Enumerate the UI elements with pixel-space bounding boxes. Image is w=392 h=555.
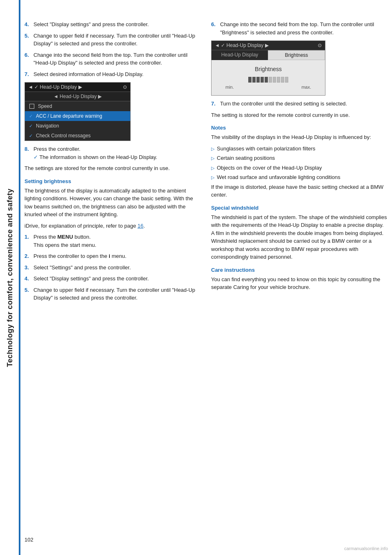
step-text-6-top: Change into the second field from the to… — [33, 51, 201, 67]
idrive-item-speed: Speed — [25, 101, 130, 111]
notes-item-2-text: Certain seating positions — [217, 154, 275, 162]
step-text-7-right: Turn the controller until the desired se… — [220, 100, 347, 108]
b-seg-10 — [285, 77, 288, 83]
brightness-bar — [248, 76, 288, 83]
main-content: 4. Select "Display settings" and press t… — [24, 20, 388, 535]
brightness-label-text: Brightness — [217, 66, 319, 72]
notes-list: ▷ Sunglasses with certain polarization f… — [211, 145, 388, 181]
notes-item-4-text: Wet road surface and unfavorable lightin… — [217, 173, 341, 181]
notes-heading: Notes — [211, 125, 388, 131]
idrive-sub-bar: ◄ Head-Up Display ▶ — [25, 92, 130, 101]
step-text-1-bottom: Press the MENU button.This opens the sta… — [33, 233, 96, 249]
idrive-item-navigation-label: Navigation — [36, 123, 59, 129]
b-seg-9 — [281, 77, 284, 83]
notes-item-3-text: Objects on the cover of the Head-Up Disp… — [217, 164, 322, 172]
idrive-item-check-control: ✓ Check Control messages — [25, 131, 130, 141]
b-seg-7 — [273, 77, 276, 83]
step-2-bottom: 2. Press the controller to open the i me… — [24, 252, 201, 260]
max-label: max. — [301, 85, 311, 90]
b-seg-4 — [261, 77, 264, 83]
section-brightness-heading: Setting brightness — [24, 178, 201, 184]
step-num-4-top: 4. — [24, 20, 31, 29]
step-num-6-top: 6. — [24, 51, 31, 67]
step-4-bottom: 4. Select "Display settings" and press t… — [24, 275, 201, 283]
brightness-para2: iDrive, for explanation of principle, re… — [24, 222, 201, 230]
idrive-item-acc-label: ACC / Lane departure warning — [36, 113, 102, 119]
arrow-bullet-4: ▷ — [211, 174, 214, 181]
step-text-8: Press the controller. ✓ The information … — [33, 145, 157, 161]
arrow-bullet-1: ▷ — [211, 145, 214, 153]
brightness-body: Brightness — [212, 60, 325, 95]
watermark: carmanualsonline.info — [344, 546, 388, 551]
step-4-top: 4. Select "Display settings" and press t… — [24, 20, 201, 29]
step-text-6-right: Change into the second field from the to… — [220, 20, 388, 36]
notes-item-3: ▷ Objects on the cover of the Head-Up Di… — [211, 164, 388, 172]
brightness-bar-container — [217, 76, 319, 83]
step-7-top: 7. Select desired information of Head-Up… — [24, 70, 201, 78]
idrive-top-bar: ◄ ✓ Head-Up Display ▶ ⊙ — [25, 83, 130, 92]
step-5-bottom: 5. Change to upper field if necessary. T… — [24, 286, 201, 302]
brightness-sub-left: Head-Up Display — [212, 50, 268, 60]
notes-intro: The visibility of the displays in the He… — [211, 133, 388, 141]
step-7-right: 7. Turn the controller until the desired… — [211, 100, 388, 108]
step-text-3-bottom: Select "Settings" and press the controll… — [33, 264, 131, 272]
brightness-display-screenshot: ◄ ✓ Head-Up Display ▶ ⊙ Head-Up Display … — [211, 40, 325, 96]
step-num-7-top: 7. — [24, 70, 31, 78]
arrow-bullet-3: ▷ — [211, 165, 214, 172]
left-para1: The settings are stored for the remote c… — [24, 164, 201, 172]
step-num-5-top: 5. — [24, 32, 31, 48]
section-windshield-heading: Special windshield — [211, 205, 388, 211]
idrive-item-speed-label: Speed — [38, 103, 52, 109]
notes-closing: If the image is distorted, please have t… — [211, 183, 388, 199]
square-icon — [29, 103, 35, 109]
step-num-1-bottom: 1. — [24, 233, 31, 249]
windshield-para: The windshield is part of the system. Th… — [211, 213, 388, 261]
step-text-4-top: Select "Display settings" and press the … — [33, 20, 149, 29]
notes-item-1: ▷ Sunglasses with certain polarization f… — [211, 145, 388, 153]
b-seg-2 — [252, 77, 256, 83]
sidebar-title-text: Technology for comfort, convenience and … — [6, 188, 14, 367]
left-column: 4. Select "Display settings" and press t… — [24, 20, 201, 535]
check-icon-acc: ✓ — [29, 114, 33, 119]
step-num-5-bottom: 5. — [24, 286, 31, 302]
page-link-16[interactable]: 16 — [138, 223, 143, 229]
check-icon-cc: ✓ — [29, 133, 33, 139]
step-6-top: 6. Change into the second field from the… — [24, 51, 201, 67]
step-num-7-right: 7. — [211, 100, 218, 108]
brightness-sub-bar: Head-Up Display Brightness — [212, 50, 325, 60]
min-label: min. — [225, 85, 234, 90]
care-para: You can find everything you need to know… — [211, 275, 388, 291]
notes-item-1-text: Sunglasses with certain polarization fil… — [217, 145, 315, 153]
check-mark-step8: ✓ — [33, 154, 39, 160]
idrive-item-check-control-label: Check Control messages — [36, 133, 91, 139]
brightness-top-right: ⊙ — [318, 43, 322, 48]
idrive-item-acc: ✓ ACC / Lane departure warning — [25, 111, 130, 121]
brightness-top-bar: ◄ ✓ Head-Up Display ▶ ⊙ — [212, 41, 325, 50]
check-icon-nav: ✓ — [29, 123, 33, 129]
brightness-para1: The brightness of the display is automat… — [24, 187, 201, 219]
idrive-top-bar-left: ◄ ✓ Head-Up Display ▶ — [28, 84, 82, 90]
notes-item-2: ▷ Certain seating positions — [211, 154, 388, 162]
idrive-item-navigation: ✓ Navigation — [25, 121, 130, 131]
idrive-menu-screenshot: ◄ ✓ Head-Up Display ▶ ⊙ ◄ Head-Up Displa… — [24, 82, 131, 141]
brightness-top-left: ◄ ✓ Head-Up Display ▶ — [215, 43, 269, 48]
step-num-8: 8. — [24, 145, 31, 161]
arrow-bullet-2: ▷ — [211, 155, 214, 162]
b-seg-1 — [248, 77, 252, 83]
right-column: 6. Change into the second field from the… — [211, 20, 388, 535]
step-text-5-top: Change to upper field if necessary. Turn… — [33, 32, 201, 48]
step-3-bottom: 3. Select "Settings" and press the contr… — [24, 264, 201, 272]
step-num-4-bottom: 4. — [24, 275, 31, 283]
step-num-3-bottom: 3. — [24, 264, 31, 272]
section-care-heading: Care instructions — [211, 267, 388, 273]
b-seg-8 — [277, 77, 280, 83]
page-number: 102 — [24, 537, 33, 543]
step-text-4-bottom: Select "Display settings" and press the … — [33, 275, 149, 283]
step-8: 8. Press the controller. ✓ The informati… — [24, 145, 201, 161]
b-seg-6 — [269, 77, 272, 83]
right-para1: The setting is stored for the remote con… — [211, 111, 388, 119]
b-seg-3 — [256, 77, 260, 83]
step-8-note: The information is shown on the Head-Up … — [39, 154, 157, 160]
step-1-bottom: 1. Press the MENU button.This opens the … — [24, 233, 201, 249]
step-num-2-bottom: 2. — [24, 252, 31, 260]
